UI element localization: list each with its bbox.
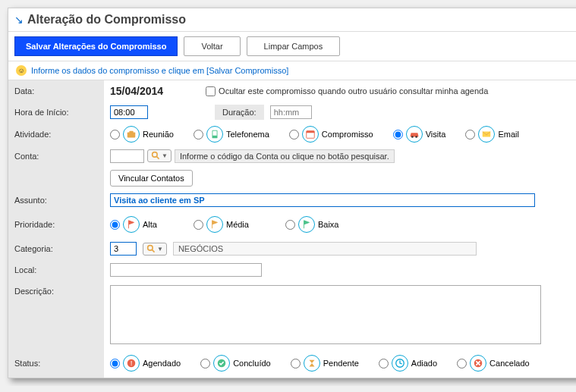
row-assunto: Assunto: <box>8 190 576 211</box>
descricao-textarea[interactable] <box>110 285 541 344</box>
phone-icon <box>206 126 223 143</box>
radio-concluido[interactable]: Concluído <box>200 355 271 372</box>
calendar-icon <box>302 126 319 143</box>
label-prioridade: Prioridade: <box>8 211 104 238</box>
radio-email[interactable]: Email <box>465 126 519 143</box>
radio-reuniao[interactable]: Reunião <box>110 126 174 143</box>
hide-checkbox[interactable] <box>206 86 216 96</box>
vincular-contatos-button[interactable]: Vincular Contatos <box>110 170 193 187</box>
categoria-search-button[interactable]: ▼ <box>143 243 167 256</box>
row-hora: Hora de Início: Duração: <box>8 102 576 123</box>
toolbar: Salvar Alterações do Compromisso Voltar … <box>8 32 576 61</box>
radio-compromisso[interactable]: Compromisso <box>289 126 373 143</box>
chevron-down-icon: ▼ <box>162 152 168 159</box>
row-data: Data: 15/04/2014 Ocultar este compromiss… <box>8 80 576 102</box>
page-container: ↘ Alteração do Compromisso Salvar Altera… <box>8 8 576 378</box>
assunto-input[interactable] <box>110 193 535 207</box>
duracao-input[interactable] <box>270 105 312 119</box>
back-arrow-icon: ↘ <box>14 14 24 26</box>
alert-icon: ! <box>123 355 140 372</box>
conta-code-input[interactable] <box>110 149 144 163</box>
categoria-name: NEGÓCIOS <box>173 242 477 256</box>
clock-icon <box>392 355 408 372</box>
magnifier-icon <box>151 151 161 161</box>
label-hora: Hora de Início: <box>8 102 104 123</box>
local-input[interactable] <box>110 263 262 277</box>
date-value: 15/04/2014 <box>110 85 163 97</box>
radio-adiado[interactable]: Adiado <box>379 355 437 372</box>
svg-text:!: ! <box>131 359 133 367</box>
conta-search-button[interactable]: ▼ <box>147 149 172 162</box>
flag-orange-icon <box>206 216 223 233</box>
svg-rect-3 <box>212 131 216 136</box>
radio-telefonema[interactable]: Telefonema <box>194 126 269 143</box>
svg-point-7 <box>415 136 417 138</box>
svg-point-9 <box>153 152 158 158</box>
label-status: Status: <box>8 349 104 378</box>
email-icon <box>478 126 495 143</box>
categoria-input[interactable] <box>110 242 137 256</box>
back-button[interactable]: Voltar <box>184 36 240 56</box>
magnifier-icon <box>146 244 156 254</box>
svg-point-11 <box>148 245 153 250</box>
radio-agendado[interactable]: ! Agendado <box>110 355 181 372</box>
save-button[interactable]: Salvar Alterações do Compromisso <box>14 36 178 56</box>
info-icon: ☺ <box>16 65 27 76</box>
conta-hint: Informe o código da Conta ou clique no b… <box>175 149 395 163</box>
radio-baixa[interactable]: Baixa <box>285 216 339 233</box>
radio-pendente[interactable]: Pendente <box>291 355 359 372</box>
row-prioridade: Prioridade: Alta Média Baixa <box>8 211 576 238</box>
label-atividade: Atividade: <box>8 123 104 146</box>
check-icon <box>213 355 230 372</box>
chevron-down-icon: ▼ <box>157 246 163 252</box>
label-categoria: Categoria: <box>8 238 104 259</box>
svg-rect-0 <box>127 132 136 137</box>
header: ↘ Alteração do Compromisso <box>8 8 576 32</box>
briefcase-icon <box>123 126 140 143</box>
svg-rect-5 <box>307 131 315 133</box>
hide-checkbox-text: Ocultar este compromisso quando outro us… <box>219 86 488 96</box>
cancel-icon <box>470 355 486 372</box>
radio-cancelado[interactable]: Cancelado <box>457 355 530 372</box>
info-text: Informe os dados do compromisso e clique… <box>31 66 288 75</box>
label-assunto: Assunto: <box>8 190 104 211</box>
svg-line-12 <box>152 249 154 252</box>
flag-red-icon <box>123 216 140 233</box>
label-descricao: Descrição: <box>8 281 104 349</box>
radio-alta[interactable]: Alta <box>110 216 157 233</box>
radio-media[interactable]: Média <box>194 216 249 233</box>
svg-rect-1 <box>129 131 133 133</box>
flag-green-icon <box>298 216 315 233</box>
label-duracao: Duração: <box>215 105 264 120</box>
label-data: Data: <box>8 80 104 102</box>
hide-checkbox-label[interactable]: Ocultar este compromisso quando outro us… <box>206 86 488 96</box>
page-title: Alteração do Compromisso <box>27 13 186 26</box>
label-conta: Conta: <box>8 146 104 190</box>
row-conta: Conta: ▼ Informe o código da Conta ou cl… <box>8 146 576 190</box>
row-atividade: Atividade: Reunião Telefonema Compromiss… <box>8 123 576 146</box>
label-local: Local: <box>8 259 104 281</box>
clear-button[interactable]: Limpar Campos <box>247 36 341 56</box>
svg-line-10 <box>156 156 159 158</box>
row-descricao: Descrição: <box>8 281 576 349</box>
hora-input[interactable] <box>110 105 148 119</box>
row-categoria: Categoria: ▼ NEGÓCIOS <box>8 238 576 259</box>
row-status: Status: ! Agendado Concluído Pendente Ad… <box>8 349 576 378</box>
svg-point-6 <box>411 136 414 138</box>
hourglass-icon <box>304 355 320 372</box>
info-bar: ☺ Informe os dados do compromisso e cliq… <box>8 61 576 80</box>
car-icon <box>406 126 423 143</box>
row-local: Local: <box>8 259 576 281</box>
radio-visita[interactable]: Visita <box>393 126 446 143</box>
